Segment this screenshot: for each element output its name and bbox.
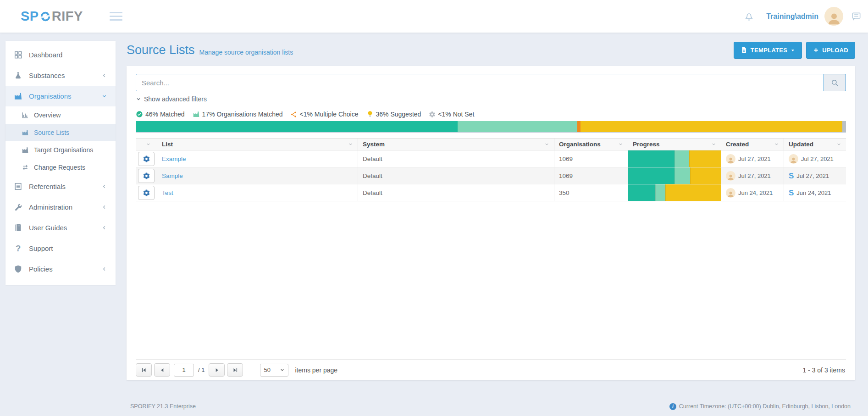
organisations-count-cell: 350	[554, 184, 628, 201]
overall-progress-bar	[136, 121, 846, 133]
chevron-left-icon	[101, 72, 107, 78]
created-cell: Jul 27, 2021	[721, 167, 784, 184]
stat-organisations-matched: 17% Organisations Matched	[202, 111, 283, 118]
created-cell: Jun 24, 2021	[721, 184, 784, 201]
system-cell: Default	[358, 167, 554, 184]
first-page-button[interactable]	[136, 363, 152, 377]
organisations-count-cell: 1069	[554, 167, 628, 184]
upload-button[interactable]: UPLOAD	[806, 42, 855, 59]
logo-text-sp: SP	[21, 9, 39, 24]
source-lists-card: Show advanced filters 46% Matched 17% Or…	[127, 66, 855, 380]
column-system-header[interactable]: System	[358, 139, 554, 150]
factory-icon	[22, 146, 29, 154]
sidebar-item-label: Referentials	[29, 183, 66, 190]
stat-matched: 46% Matched	[145, 111, 185, 118]
sidebar-item-label: Source Lists	[34, 129, 69, 136]
table-row: Test Default 350 Jun 24, 2021 SJun 24, 2…	[136, 184, 846, 201]
sidebar-item-support[interactable]: ? Support	[6, 238, 116, 259]
column-organisations-header[interactable]: Organisations	[554, 139, 628, 150]
column-menu-icon[interactable]	[541, 142, 549, 147]
chevron-left-icon	[101, 183, 107, 189]
book-icon	[14, 223, 22, 232]
last-page-button[interactable]	[227, 363, 243, 377]
column-progress-header[interactable]: Progress	[628, 139, 721, 150]
column-menu-icon[interactable]	[770, 142, 779, 147]
match-stats-legend: 46% Matched 17% Organisations Matched <1…	[136, 111, 846, 118]
row-progress-bar	[628, 184, 721, 201]
column-menu-icon[interactable]	[142, 142, 151, 147]
user-avatar-icon	[789, 154, 798, 164]
sidebar-item-target-organisations[interactable]: Target Organisations	[6, 141, 116, 159]
list-name-link[interactable]: Example	[162, 155, 186, 162]
column-updated-header[interactable]: Updated	[784, 139, 846, 150]
menu-toggle-icon[interactable]	[110, 12, 122, 21]
column-menu-icon[interactable]	[833, 142, 841, 147]
user-menu[interactable]: Training\admin	[766, 12, 818, 21]
updated-cell: Jul 27, 2021	[784, 150, 846, 167]
sidebar-item-label: Dashboard	[29, 51, 62, 59]
upload-button-label: UPLOAD	[822, 47, 848, 54]
chevron-left-icon	[101, 266, 107, 272]
chat-icon[interactable]	[851, 11, 862, 22]
sidebar: Dashboard Substances Organisations Overv…	[6, 41, 116, 285]
updated-cell: SJul 27, 2021	[784, 167, 846, 184]
sidebar-item-referentials[interactable]: Referentials	[6, 176, 116, 197]
table-row: Example Default 1069 Jul 27, 2021 Jul 27…	[136, 150, 846, 167]
previous-page-button[interactable]	[154, 363, 170, 377]
sidebar-item-change-requests[interactable]: Change Requests	[6, 159, 116, 176]
sidebar-item-overview[interactable]: Overview	[6, 106, 116, 124]
sidebar-item-user-guides[interactable]: User Guides	[6, 217, 116, 238]
system-cell: Default	[358, 150, 554, 167]
sporify-logo[interactable]: SP RIFY	[21, 9, 83, 24]
plus-icon	[813, 47, 819, 53]
notifications-bell-icon[interactable]	[744, 11, 754, 22]
version-label: SPORIFY 21.3 Enterprise	[130, 403, 196, 410]
dashboard-grid-icon	[14, 50, 22, 59]
user-avatar-icon	[726, 188, 735, 198]
row-actions-gear-button[interactable]	[138, 152, 155, 166]
list-name-link[interactable]: Test	[162, 189, 173, 196]
column-menu-icon[interactable]	[614, 142, 623, 147]
templates-button-label: TEMPLATES	[751, 47, 787, 54]
search-input[interactable]	[136, 74, 824, 91]
next-page-button[interactable]	[209, 363, 225, 377]
sidebar-item-dashboard[interactable]: Dashboard	[6, 44, 116, 65]
search-icon	[830, 78, 839, 87]
page-number-input[interactable]	[174, 364, 194, 377]
progress-cell	[628, 150, 721, 167]
sidebar-item-policies[interactable]: Policies	[6, 259, 116, 279]
show-advanced-filters-toggle[interactable]: Show advanced filters	[136, 95, 207, 103]
sidebar-item-label: Support	[29, 244, 53, 252]
column-menu-icon[interactable]	[708, 142, 716, 147]
list-name-link[interactable]: Sample	[162, 172, 183, 179]
sidebar-item-label: Organisations	[29, 92, 72, 100]
page-size-select[interactable]: 50	[260, 364, 288, 377]
shield-icon	[14, 265, 22, 273]
sidebar-item-substances[interactable]: Substances	[6, 65, 116, 86]
column-menu-icon[interactable]	[344, 142, 353, 147]
chevron-down-icon	[280, 367, 285, 372]
flask-icon	[14, 71, 22, 80]
caret-down-icon	[791, 48, 795, 53]
templates-button[interactable]: TEMPLATES	[734, 42, 802, 59]
column-actions-header[interactable]	[136, 139, 157, 150]
user-avatar-icon	[726, 154, 735, 164]
user-avatar[interactable]	[824, 7, 843, 26]
row-progress-bar	[628, 150, 721, 167]
row-actions-gear-button[interactable]	[138, 186, 155, 200]
page-footer: SPORIFY 21.3 Enterprise i Current Timezo…	[0, 401, 868, 416]
timezone-label: Current Timezone: (UTC+00:00) Dublin, Ed…	[679, 403, 851, 410]
column-created-header[interactable]: Created	[721, 139, 784, 150]
progress-cell	[628, 167, 721, 184]
sidebar-item-organisations[interactable]: Organisations	[6, 86, 116, 106]
search-button[interactable]	[824, 74, 846, 91]
sidebar-item-administration[interactable]: Administration	[6, 197, 116, 217]
stat-suggested: 36% Suggested	[376, 111, 421, 118]
sidebar-item-label: Policies	[29, 265, 53, 273]
column-list-header[interactable]: List	[157, 139, 358, 150]
page-total-label: / 1	[198, 366, 205, 373]
row-actions-gear-button[interactable]	[138, 169, 155, 183]
sidebar-item-source-lists[interactable]: Source Lists	[6, 124, 116, 141]
sidebar-item-label: Substances	[29, 72, 65, 79]
advanced-filters-label: Show advanced filters	[144, 95, 207, 103]
